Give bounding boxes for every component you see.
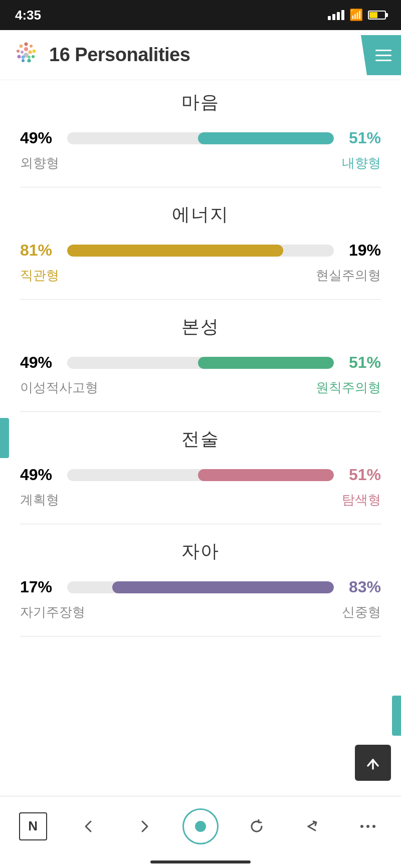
nav-n-button[interactable]: N	[16, 811, 51, 841]
svg-point-3	[32, 55, 35, 58]
mind-bar-row: 49% 51%	[20, 129, 381, 147]
nav-reload-button[interactable]	[239, 811, 274, 841]
wifi-icon: 📶	[349, 9, 363, 22]
status-icons: 📶	[328, 9, 386, 22]
nature-right-pct: 51%	[341, 353, 381, 372]
home-dot-icon	[195, 821, 206, 832]
nav-back-button[interactable]	[71, 811, 106, 841]
svg-point-1	[30, 45, 33, 48]
energy-bar-track	[67, 245, 334, 257]
n-icon: N	[19, 812, 47, 840]
tactics-type-labels: 계획형 탐색형	[20, 491, 381, 509]
nature-type-labels: 이성적사고형 원칙주의형	[20, 379, 381, 396]
indicator-line	[150, 860, 251, 863]
mind-bar-fill	[198, 132, 334, 144]
main-content: 마음 49% 51% 외향형 내향형 에너지 81% 19% 직관형 현실주의형	[0, 80, 401, 796]
tactics-bar-track	[67, 469, 334, 481]
svg-point-10	[29, 50, 32, 54]
share-icon	[303, 817, 321, 835]
signal-icon	[328, 10, 344, 20]
bottom-indicator	[0, 856, 401, 868]
identity-bar-fill	[112, 581, 334, 593]
identity-left-label: 자기주장형	[20, 603, 85, 621]
tactics-right-pct: 51%	[341, 466, 381, 484]
reload-icon	[248, 817, 266, 835]
svg-point-17	[366, 825, 369, 828]
energy-bar-fill	[67, 245, 283, 257]
nature-title: 본성	[20, 315, 381, 339]
logo-area: 16 Personalities	[10, 39, 190, 71]
mind-right-label: 내향형	[342, 154, 381, 172]
energy-bar-row: 81% 19%	[20, 241, 381, 260]
nature-section: 본성 49% 51% 이성적사고형 원칙주의형	[20, 315, 381, 412]
nature-left-pct: 49%	[20, 353, 60, 372]
identity-left-pct: 17%	[20, 578, 60, 596]
energy-right-pct: 19%	[341, 241, 381, 260]
svg-point-2	[33, 49, 36, 53]
identity-right-pct: 83%	[341, 578, 381, 596]
mind-right-pct: 51%	[341, 129, 381, 147]
svg-point-13	[21, 51, 24, 54]
nature-bar-track	[67, 357, 334, 369]
svg-point-8	[20, 44, 23, 48]
svg-point-18	[372, 825, 375, 828]
nature-bar-fill	[198, 357, 334, 369]
svg-point-5	[22, 59, 25, 62]
identity-title: 자아	[20, 539, 381, 564]
svg-point-14	[24, 53, 29, 58]
tactics-left-pct: 49%	[20, 466, 60, 484]
time-display: 4:35	[15, 8, 41, 23]
svg-point-0	[25, 42, 28, 46]
tactics-right-label: 탐색형	[342, 491, 381, 509]
tactics-bar-fill	[198, 469, 334, 481]
arrow-up-icon	[365, 755, 381, 771]
svg-point-16	[360, 825, 363, 828]
identity-section: 자아 17% 83% 자기주장형 신중형	[20, 539, 381, 636]
status-bar: 4:35 📶	[0, 0, 401, 30]
header: 16 Personalities	[0, 30, 401, 80]
tactics-bar-row: 49% 51%	[20, 466, 381, 484]
side-accent-left	[0, 418, 9, 458]
forward-arrow-icon	[135, 817, 153, 835]
mind-left-pct: 49%	[20, 129, 60, 147]
logo-icon	[10, 39, 42, 71]
svg-point-4	[28, 59, 31, 62]
side-accent-right	[392, 696, 401, 736]
bottom-navigation: N	[0, 796, 401, 856]
mind-bar-track	[67, 132, 334, 144]
svg-point-7	[17, 50, 20, 53]
scroll-top-button[interactable]	[355, 745, 391, 781]
energy-left-label: 직관형	[20, 267, 59, 284]
brand-name: 16 Personalities	[49, 44, 190, 66]
energy-title: 에너지	[20, 202, 381, 227]
mind-type-labels: 외향형 내향형	[20, 154, 381, 172]
svg-point-6	[18, 55, 21, 58]
nature-right-label: 원칙주의형	[316, 379, 381, 396]
more-dots-icon	[359, 823, 377, 830]
menu-button[interactable]	[361, 35, 401, 75]
tactics-left-label: 계획형	[20, 491, 59, 509]
nature-bar-row: 49% 51%	[20, 353, 381, 372]
identity-bar-track	[67, 581, 334, 593]
hamburger-icon	[375, 50, 391, 61]
mind-left-label: 외향형	[20, 154, 59, 172]
mind-section: 마음 49% 51% 외향형 내향형	[20, 90, 381, 187]
nav-home-button[interactable]	[182, 808, 219, 844]
svg-point-9	[24, 47, 28, 51]
energy-section: 에너지 81% 19% 직관형 현실주의형	[20, 202, 381, 300]
identity-type-labels: 자기주장형 신중형	[20, 603, 381, 621]
battery-icon	[368, 11, 386, 20]
energy-type-labels: 직관형 현실주의형	[20, 267, 381, 284]
tactics-title: 전술	[20, 427, 381, 452]
energy-left-pct: 81%	[20, 241, 60, 260]
back-arrow-icon	[80, 817, 98, 835]
nav-more-button[interactable]	[350, 811, 385, 841]
identity-bar-row: 17% 83%	[20, 578, 381, 596]
nav-share-button[interactable]	[295, 811, 330, 841]
identity-right-label: 신중형	[342, 603, 381, 621]
nature-left-label: 이성적사고형	[20, 379, 98, 396]
nav-forward-button[interactable]	[127, 811, 162, 841]
mind-title: 마음	[20, 90, 381, 115]
energy-right-label: 현실주의형	[316, 267, 381, 284]
tactics-section: 전술 49% 51% 계획형 탐색형	[20, 427, 381, 524]
